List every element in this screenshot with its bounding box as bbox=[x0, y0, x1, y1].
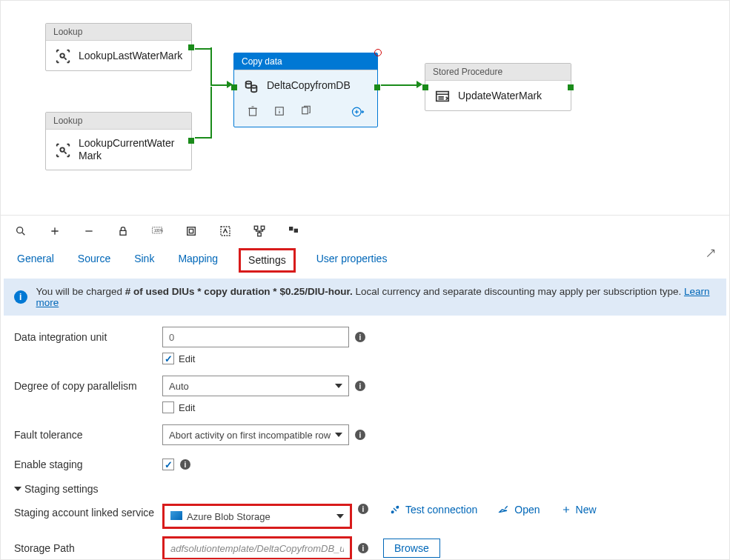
svg-rect-10 bbox=[120, 230, 126, 235]
open-button[interactable]: Open bbox=[498, 504, 540, 516]
test-connection-button[interactable]: Test connection bbox=[389, 504, 477, 516]
chevron-down-icon bbox=[336, 514, 344, 519]
search-icon[interactable] bbox=[14, 224, 27, 238]
input-port[interactable] bbox=[422, 84, 428, 90]
tab-sink[interactable]: Sink bbox=[131, 248, 157, 273]
arrow-head-icon bbox=[227, 81, 233, 88]
node-header: Copy data bbox=[234, 53, 377, 70]
node-lookup-current-watermark[interactable]: Lookup LookupCurrentWater Mark bbox=[45, 112, 192, 170]
fullscreen-icon[interactable] bbox=[219, 224, 232, 238]
svg-rect-6 bbox=[302, 107, 308, 114]
linked-service-value: Azure Blob Storage bbox=[187, 511, 271, 522]
node-title: LookupLastWaterMark bbox=[79, 50, 182, 62]
node-lookup-last-watermark[interactable]: Lookup LookupLastWaterMark bbox=[45, 23, 192, 71]
chevron-down-icon bbox=[335, 384, 342, 388]
tab-user-properties[interactable]: User properties bbox=[313, 248, 391, 273]
lookup-icon bbox=[55, 48, 71, 63]
output-port[interactable] bbox=[374, 84, 380, 90]
output-port[interactable] bbox=[568, 84, 574, 90]
new-button[interactable]: New bbox=[561, 504, 597, 516]
connector bbox=[210, 47, 212, 84]
node-title: UpdateWaterMark bbox=[458, 90, 542, 102]
svg-point-3 bbox=[251, 85, 256, 88]
pricing-banner: i You will be charged # of used DIUs * c… bbox=[4, 279, 726, 316]
staging-section-header[interactable]: Staging settings bbox=[14, 483, 716, 495]
svg-rect-15 bbox=[221, 227, 230, 236]
connector bbox=[381, 84, 418, 86]
connector bbox=[195, 137, 211, 139]
settings-tabs: General Source Sink Mapping Settings Use… bbox=[1, 242, 729, 273]
chevron-down-icon bbox=[335, 433, 342, 437]
svg-point-0 bbox=[60, 53, 64, 58]
svg-rect-16 bbox=[254, 226, 258, 230]
clone-icon[interactable] bbox=[299, 104, 314, 119]
diu-edit-checkbox[interactable] bbox=[162, 353, 174, 364]
settings-form: Data integration unit i Edit Degree of c… bbox=[1, 326, 729, 560]
svg-rect-14 bbox=[189, 229, 193, 233]
staging-checkbox[interactable] bbox=[162, 459, 174, 470]
node-header: Lookup bbox=[46, 113, 191, 130]
fault-value: Abort activity on first incompatible row bbox=[169, 430, 331, 441]
svg-rect-18 bbox=[258, 233, 262, 236]
connector bbox=[195, 48, 211, 50]
svg-rect-17 bbox=[261, 226, 265, 230]
linked-service-select[interactable]: Azure Blob Storage bbox=[162, 504, 352, 529]
node-title: DeltaCopyfromDB bbox=[267, 79, 351, 92]
delete-icon[interactable] bbox=[246, 104, 261, 119]
svg-point-2 bbox=[246, 81, 251, 84]
help-icon[interactable]: i bbox=[355, 332, 365, 342]
tab-general[interactable]: General bbox=[14, 248, 57, 273]
lock-icon[interactable] bbox=[116, 224, 130, 238]
zoom-100-icon[interactable]: 100% bbox=[150, 224, 164, 238]
copy-icon bbox=[243, 78, 259, 93]
help-icon[interactable]: i bbox=[358, 543, 368, 553]
parallel-edit-checkbox[interactable] bbox=[162, 401, 174, 413]
help-icon[interactable]: i bbox=[358, 504, 368, 514]
browse-button[interactable]: Browse bbox=[383, 539, 440, 558]
tab-source[interactable]: Source bbox=[75, 248, 113, 273]
lookup-icon bbox=[55, 142, 71, 157]
fault-select[interactable]: Abort activity on first incompatible row bbox=[162, 424, 349, 445]
edit-label: Edit bbox=[179, 353, 195, 364]
help-icon[interactable]: i bbox=[180, 459, 190, 470]
node-header: Lookup bbox=[46, 24, 191, 41]
fault-label: Fault tolerance bbox=[14, 429, 162, 441]
node-stored-procedure[interactable]: Stored Procedure UpdateWaterMark bbox=[425, 63, 571, 111]
canvas-toolbar: 100% bbox=[1, 216, 729, 242]
linked-service-label: Staging account linked service bbox=[14, 504, 162, 519]
svg-point-9 bbox=[17, 227, 23, 233]
blob-storage-icon bbox=[170, 511, 182, 520]
layout-icon[interactable] bbox=[287, 224, 300, 238]
auto-align-icon[interactable] bbox=[253, 224, 266, 238]
diu-input[interactable] bbox=[162, 327, 349, 347]
help-icon[interactable]: i bbox=[355, 430, 365, 440]
connector bbox=[210, 84, 228, 86]
expand-icon[interactable] bbox=[706, 248, 716, 273]
info-panel-icon[interactable] bbox=[273, 104, 288, 119]
output-port[interactable] bbox=[188, 44, 194, 50]
arrow-head-icon bbox=[417, 81, 422, 88]
svg-point-1 bbox=[60, 147, 64, 152]
connector bbox=[210, 87, 212, 139]
storage-path-input[interactable] bbox=[162, 536, 352, 560]
banner-text: You will be charged # of used DIUs * cop… bbox=[36, 286, 717, 308]
tab-mapping[interactable]: Mapping bbox=[175, 248, 221, 273]
parallel-select[interactable]: Auto bbox=[162, 376, 349, 396]
info-icon: i bbox=[14, 290, 27, 304]
diu-label: Data integration unit bbox=[14, 331, 162, 343]
node-header: Stored Procedure bbox=[425, 64, 571, 81]
edit-label: Edit bbox=[179, 402, 195, 413]
output-port[interactable] bbox=[188, 138, 194, 144]
help-icon[interactable]: i bbox=[355, 381, 365, 391]
collapse-icon bbox=[14, 487, 21, 491]
pipeline-canvas[interactable]: Lookup LookupLastWaterMark Lookup Lookup… bbox=[1, 1, 729, 216]
storage-path-label: Storage Path bbox=[14, 542, 162, 554]
parallel-value: Auto bbox=[169, 381, 189, 392]
add-activity-icon[interactable] bbox=[351, 104, 365, 119]
zoom-in-icon[interactable] bbox=[48, 224, 62, 238]
svg-rect-19 bbox=[289, 227, 293, 230]
node-copy-data[interactable]: Copy data DeltaCopyfromDB bbox=[233, 53, 378, 127]
tab-settings[interactable]: Settings bbox=[239, 248, 296, 273]
zoom-out-icon[interactable] bbox=[82, 224, 96, 238]
fit-screen-icon[interactable] bbox=[185, 224, 198, 238]
